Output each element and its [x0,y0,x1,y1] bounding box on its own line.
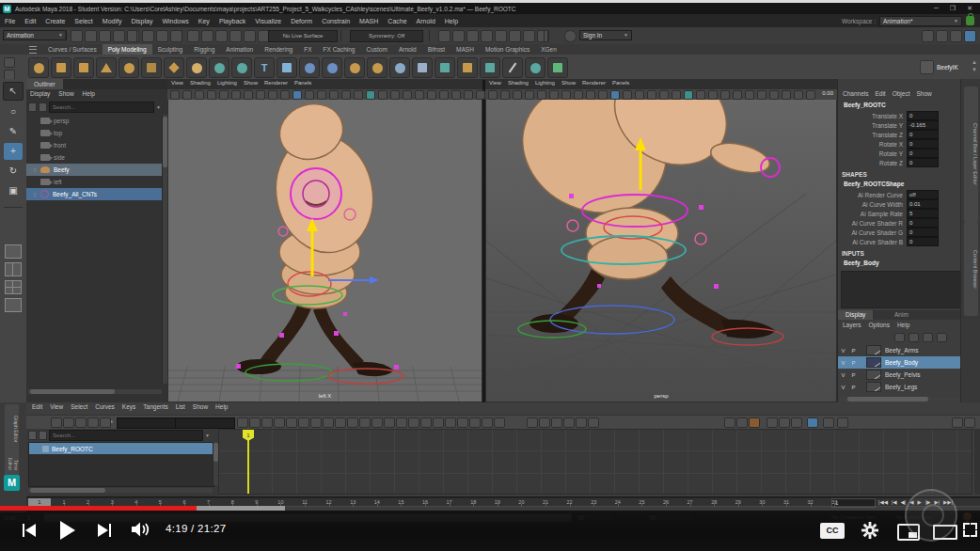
outliner-search-input[interactable] [49,102,154,113]
expand-icon[interactable]: ≡ [31,167,39,173]
polygon-sphere-icon[interactable] [28,57,49,78]
shelf-gear-icon[interactable] [4,57,15,68]
graph-toolbar-icon[interactable] [551,417,562,428]
graph-toolbar-icon[interactable] [87,417,99,428]
graph-toolbar-icon[interactable] [588,417,599,428]
menu-item-show[interactable]: Show [58,90,73,101]
viewport-toolbar-icon[interactable] [745,90,754,100]
layer-tab-anim[interactable]: Anim [887,310,916,320]
shelf-tab-fx[interactable]: FX [298,44,317,55]
quad-draw-icon[interactable] [547,57,568,78]
viewport-toolbar-icon[interactable] [292,90,302,100]
viewport-toolbar-icon[interactable] [476,90,485,100]
channel-box-toggle-icon[interactable] [964,30,976,42]
graph-toolbar-icon[interactable] [249,417,261,428]
menu-item-renderer[interactable]: Renderer [264,80,288,88]
graph-search-caret-icon[interactable]: ▼ [205,433,210,438]
bridge-icon[interactable] [480,57,500,78]
viewport-right-canvas[interactable]: persp [486,100,836,401]
graph-toolbar-icon[interactable] [779,417,790,428]
viewport-toolbar-icon[interactable] [366,90,375,100]
graph-toolbar-icon[interactable] [952,417,963,428]
viewport-toolbar-icon[interactable] [696,90,705,100]
shelf-tab-motion-graphics[interactable]: Motion Graphics [480,44,535,55]
menu-item-help[interactable]: Help [897,322,909,328]
viewport-toolbar-icon[interactable] [659,90,669,100]
stats-time-field[interactable] [117,417,177,429]
platonic-solid-icon[interactable] [164,57,184,78]
graph-toolbar-icon[interactable] [527,417,538,428]
redo-icon[interactable] [127,30,139,42]
select-object-icon[interactable] [156,30,168,42]
outliner-item-side[interactable]: side [26,151,162,164]
viewport-toolbar-icon[interactable] [415,90,424,100]
graph-toolbar-icon[interactable] [396,417,407,428]
menu-item-lighting[interactable]: Lighting [535,80,555,88]
menu-item-edit[interactable]: Edit [32,403,42,410]
layer-add-empty-icon[interactable] [923,333,933,342]
graph-toolbar-icon[interactable] [807,417,818,428]
menu-item-select[interactable]: Select [70,18,97,24]
display-settings-icon[interactable] [481,30,493,42]
viewport-toolbar-icon[interactable] [464,90,473,100]
channel-attribute-value[interactable]: 0.01 [907,199,939,209]
menu-item-options[interactable]: Options [869,322,890,328]
workspace-dropdown[interactable]: Animation*▼ [879,16,962,26]
menu-item-view[interactable]: View [489,80,501,88]
outliner-item-beefy_all_cnts[interactable]: ≡Beefy_All_CNTs [26,188,162,200]
graph-toolbar-icon[interactable] [371,417,383,428]
type-tool-icon[interactable]: T [254,57,275,78]
graph-toolbar-icon[interactable] [724,417,735,428]
viewport-toolbar-icon[interactable] [244,90,253,100]
graph-toolbar-icon[interactable] [286,417,297,428]
paint-effects-icon[interactable] [495,30,507,42]
viewport-toolbar-icon[interactable] [317,90,326,100]
menu-item-help[interactable]: Help [83,90,95,101]
menu-item-tangents[interactable]: Tangents [143,403,167,410]
snap-projected-center-icon[interactable] [229,30,242,42]
viewport-toolbar-icon[interactable] [733,90,742,100]
menu-set-dropdown[interactable]: Animation▼ [3,30,67,40]
outliner-item-left[interactable]: left [26,176,162,188]
menu-item-show[interactable]: Show [916,90,931,97]
viewport-toolbar-icon[interactable] [635,90,644,100]
layer-visibility-toggle[interactable]: V [838,385,848,390]
menu-item-mash[interactable]: MASH [355,18,383,24]
menu-item-constrain[interactable]: Constrain [317,18,355,24]
stats-value-field[interactable] [175,417,235,429]
graph-toolbar-icon[interactable] [408,417,419,428]
scale-tool[interactable]: ▣ [4,182,23,199]
snap-grid-icon[interactable] [187,30,199,42]
previous-button[interactable] [23,524,36,537]
outliner-item-persp[interactable]: persp [26,115,162,127]
menu-item-curves[interactable]: Curves [95,403,115,410]
viewport-left[interactable]: ViewShadingLightingShowRendererPanels [167,79,482,402]
layer-mute-icon[interactable] [909,333,919,342]
two-pane-layout[interactable] [5,262,22,276]
viewport-toolbar-icon[interactable] [647,90,656,100]
graph-toolbar-icon[interactable] [51,417,62,428]
hypershade-icon[interactable] [523,30,535,42]
captions-button[interactable]: CC [820,523,845,539]
graph-toolbar-icon[interactable] [323,417,334,428]
viewport-toolbar-icon[interactable] [806,90,815,100]
fullscreen-button[interactable] [963,523,977,537]
viewport-toolbar-icon[interactable] [439,90,449,100]
select-hierarchy-icon[interactable] [142,30,154,42]
polygon-cube-icon[interactable] [51,57,71,78]
viewport-toolbar-icon[interactable] [513,90,522,100]
channel-attribute-value[interactable]: -0.165 [907,120,939,130]
layer-row-beefy_legs[interactable]: VPBeefy_Legs [838,381,961,393]
channel-attribute-value[interactable]: 0 [907,228,939,237]
layer-tab-display[interactable]: Display [838,310,873,320]
channel-attribute-value[interactable]: 0 [907,111,939,120]
channel-attribute-value[interactable]: 0 [907,218,939,228]
menu-item-select[interactable]: Select [71,403,87,410]
outliner-item-top[interactable]: top [26,127,162,139]
viewport-toolbar-icon[interactable] [390,90,400,100]
layer-color-swatch[interactable] [866,357,881,368]
shelf-item-beefyik[interactable]: BeefyIK [920,60,958,74]
snap-curve-icon[interactable] [201,30,213,42]
layer-add-selected-icon[interactable] [937,333,947,342]
lasso-tool[interactable]: ○ [4,103,23,120]
